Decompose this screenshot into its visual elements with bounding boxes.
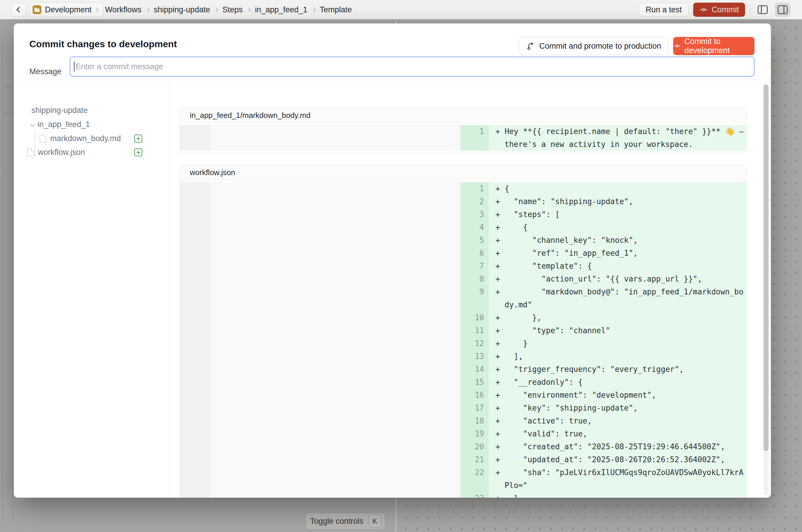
diff-old-gutter [180,466,211,492]
diff-old-gutter [180,376,211,388]
chevron-left-icon [16,7,22,13]
environment-badge-label: Development [45,5,92,14]
diff-added-line: + "steps": [ [489,208,747,221]
diff-line-number: 19 [461,427,489,440]
diff-old-gutter [180,440,211,453]
diff-old-gutter [180,388,211,401]
diff-old-side [211,350,461,363]
diff-added-line: + "ref": "in_app_feed_1", [489,247,747,260]
top-bar: Development Workflowsshipping-updateStep… [0,0,802,19]
breadcrumb-item-in_app_feed_1[interactable]: in_app_feed_1 [255,5,307,14]
diff-old-side [211,260,461,272]
diff-row: 19+ "valid": true, [180,427,747,440]
commit-to-development-label: Commit to development [684,37,754,55]
diff-line-number: 1 [461,125,489,151]
chevron-down-icon [30,122,35,127]
diff-old-side [211,182,461,195]
commit-and-promote-button[interactable]: Commit and promote to production [519,37,669,55]
diff-panel: in_app_feed_1/markdown_body.md1+ Hey **{… [170,80,771,498]
left-panel-toggle-button[interactable] [755,3,770,17]
diff-added-line: + "type": "channel" [489,324,747,337]
right-panel-toggle-button[interactable] [775,3,790,17]
background-panel-divider [2,86,13,87]
commit-message-input[interactable] [70,57,754,77]
diff-row: 17+ "key": "shipping-update", [180,401,747,414]
diff-added-line: + "__readonly": { [489,376,747,388]
diff-old-side [211,376,461,388]
toggle-controls-button[interactable]: Toggle controls K [306,513,386,530]
diff-added-line: + } [489,492,747,498]
diff-added-line: + { [489,221,747,234]
commit-to-development-button[interactable]: Commit to development [673,37,754,55]
diff-line-number: 12 [461,337,489,350]
diff-old-gutter [180,492,211,498]
diff-added-line: + "updated_at": "2025-08-26T20:26:52.364… [489,453,747,466]
background-panel-divider [2,112,13,113]
diff-row: 13+ ], [180,350,747,363]
diff-old-gutter [180,337,211,350]
modal-scrollbar-track[interactable] [764,84,768,496]
diff-line-number: 9 [461,285,489,311]
breadcrumb-item-Steps[interactable]: Steps [222,5,243,14]
diff-old-gutter [180,195,211,208]
tree-file-workflow-json[interactable]: workflow.json [27,148,85,157]
background-panel-edge [2,39,3,522]
breadcrumb: Workflowsshipping-updateStepsin_app_feed… [105,0,352,19]
diff-old-gutter [180,427,211,440]
diff-old-side [211,440,461,453]
diff-line-number: 20 [461,440,489,453]
text-cursor [74,62,75,72]
file-icon [27,148,34,157]
commit-and-promote-label: Commit and promote to production [539,42,661,51]
diff-added-line: + "environment": "development", [489,388,747,401]
diff-line-number: 16 [461,388,489,401]
modal-scrollbar-thumb[interactable] [764,84,768,451]
diff-old-side [211,401,461,414]
diff-added-line: + ], [489,350,747,363]
back-button[interactable] [11,3,26,16]
environment-folder-icon [33,5,41,14]
run-a-test-button[interactable]: Run a test [639,3,689,17]
diff-old-side [211,247,461,260]
diff-old-side [211,466,461,492]
diff-row: 10+ }, [180,311,747,324]
topbar-commit-button[interactable]: Commit [693,3,745,17]
diff-old-gutter [180,453,211,466]
diff-row: 5+ "channel_key": "knock", [180,234,747,247]
diff-old-side [211,311,461,324]
diff-line-number: 8 [461,272,489,285]
topbar-actions: Run a test Commit [639,0,790,19]
diff-added-line: + "created_at": "2025-08-25T19:29:46.644… [489,440,747,453]
tree-folder-label: in_app_feed_1 [38,120,90,129]
diff-old-side [211,363,461,376]
diff-line-number: 4 [461,221,489,234]
diff-row: 4+ { [180,221,747,234]
diff-line-number: 15 [461,376,489,388]
diff-row: 8+ "action_url": "{{ vars.app_url }}", [180,272,747,285]
breadcrumb-item-Template[interactable]: Template [320,5,352,14]
diff-old-side [211,195,461,208]
diff-row: 6+ "ref": "in_app_feed_1", [180,247,747,260]
diff-row: 22+ "sha": "pJeLVir6xIlUCMGqs9qroZoUAVDS… [180,466,747,492]
diff-line-number: 13 [461,350,489,363]
diff-old-gutter [180,208,211,221]
tree-folder-in-app-feed[interactable]: in_app_feed_1 [31,120,90,129]
diff-old-gutter [180,234,211,247]
tree-workflow-root[interactable]: shipping-update [31,106,88,115]
diff-body: 1+ Hey **{{ recipient.name | default: "t… [180,123,747,152]
environment-badge[interactable]: Development [29,2,104,17]
commit-icon [673,42,681,51]
right-panel-icon [777,5,788,14]
diff-row: 2+ "name": "shipping-update", [180,195,747,208]
diff-added-line: + "channel_key": "knock", [489,234,747,247]
diff-card: in_app_feed_1/markdown_body.md1+ Hey **{… [180,107,747,153]
diff-old-gutter [180,260,211,272]
breadcrumb-item-shipping-update[interactable]: shipping-update [154,5,210,14]
diff-row: 9+ "markdown_body@": "in_app_feed_1/mark… [180,285,747,311]
diff-line-number: 21 [461,453,489,466]
tree-file-markdown-body[interactable]: markdown_body.md [40,134,121,143]
diff-added-line: + }, [489,311,747,324]
diff-old-side [211,414,461,427]
diff-row: 12+ } [180,337,747,350]
breadcrumb-item-Workflows[interactable]: Workflows [105,5,142,14]
